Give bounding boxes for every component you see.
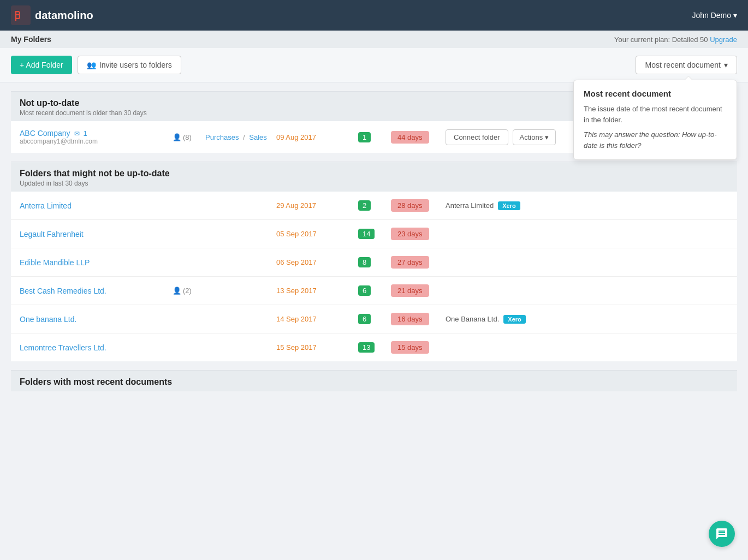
- connected-name: Anterra Limited: [446, 201, 494, 210]
- folder-days-col: 16 days: [391, 313, 446, 325]
- sort-caret-icon: ▾: [724, 61, 728, 69]
- days-badge: 44 days: [391, 131, 429, 144]
- folder-name-link[interactable]: Anterra Limited: [20, 201, 72, 210]
- sort-dropdown-wrapper: Most recent document ▾ Most recent docum…: [636, 56, 737, 74]
- invite-users-icon: 👥: [87, 61, 96, 69]
- count-badge: 2: [358, 200, 371, 211]
- count-badge: 8: [358, 257, 371, 267]
- add-folder-button[interactable]: + Add Folder: [11, 56, 72, 74]
- count-badge: 6: [358, 314, 371, 324]
- navbar: Ꞵ datamolino John Demo ▾: [0, 0, 748, 31]
- tooltip-note: This may answer the question: How up-to-…: [584, 129, 727, 151]
- tooltip-description: The issue date of the most recent docume…: [584, 104, 727, 125]
- section-header-might: Folders that might not be up-to-date Upd…: [11, 162, 737, 192]
- folder-users-col: 👤 (8): [173, 133, 205, 141]
- upgrade-link[interactable]: Upgrade: [710, 35, 737, 44]
- sales-link[interactable]: Sales: [249, 133, 267, 141]
- section-subtitle-might: Updated in last 30 days: [20, 180, 728, 187]
- section-title-most-recent: Folders with most recent documents: [20, 377, 728, 387]
- folder-days-col: 23 days: [391, 228, 446, 240]
- folder-name-link[interactable]: One banana Ltd.: [20, 315, 76, 324]
- folder-days-col: 27 days: [391, 256, 446, 269]
- svg-text:Ꞵ: Ꞵ: [14, 8, 20, 22]
- folder-count-col: 8: [358, 257, 391, 267]
- invite-users-button[interactable]: 👥 Invite users to folders: [78, 56, 181, 74]
- folder-type-col: Purchases / Sales: [205, 133, 276, 141]
- section-might-not-up-to-date: Folders that might not be up-to-date Upd…: [11, 162, 737, 361]
- table-row: Edible Mandible LLP 06 Sep 2017 8 27 day…: [11, 248, 737, 277]
- mail-icon: ✉: [74, 130, 80, 138]
- sort-tooltip: Most recent document The issue date of t…: [573, 80, 737, 160]
- days-badge: 23 days: [391, 228, 429, 240]
- table-row: Best Cash Remedies Ltd. 👤 (2) 13 Sep 201…: [11, 277, 737, 305]
- count-badge: 6: [358, 285, 371, 296]
- users-count: (2): [183, 287, 192, 295]
- person-icon: 👤: [173, 287, 181, 295]
- folder-email: abccompany1@dtmIn.com: [20, 138, 173, 145]
- brand-name: datamolino: [35, 9, 93, 22]
- users-count: (8): [183, 133, 192, 141]
- folder-days-col: 21 days: [391, 284, 446, 297]
- folder-days-col: 28 days: [391, 199, 446, 212]
- mail-count: 1: [83, 129, 87, 138]
- folder-count-col: 6: [358, 285, 391, 296]
- person-icon: 👤: [173, 133, 181, 141]
- users-icon: 👤 (8): [173, 133, 192, 141]
- count-badge: 13: [358, 342, 375, 353]
- purchases-link[interactable]: Purchases: [205, 133, 239, 141]
- folder-name-col: One banana Ltd.: [20, 315, 173, 324]
- folder-count-col: 13: [358, 342, 391, 353]
- folder-days-col: 15 days: [391, 341, 446, 354]
- connected-name: One Banana Ltd.: [446, 315, 499, 323]
- folder-date-col: 29 Aug 2017: [276, 201, 358, 210]
- folder-date-col: 06 Sep 2017: [276, 258, 358, 266]
- folder-list-might: Anterra Limited 29 Aug 2017 2 28 days An…: [11, 192, 737, 361]
- days-badge: 21 days: [391, 284, 429, 297]
- table-row: One banana Ltd. 14 Sep 2017 6 16 days On…: [11, 305, 737, 333]
- table-row: Lemontree Travellers Ltd. 15 Sep 2017 13…: [11, 333, 737, 361]
- days-badge: 15 days: [391, 341, 429, 354]
- table-row: Anterra Limited 29 Aug 2017 2 28 days An…: [11, 192, 737, 220]
- folder-name-col: Anterra Limited: [20, 201, 173, 210]
- actions-caret-icon: ▾: [545, 133, 549, 141]
- table-row: Legault Fahrenheit 05 Sep 2017 14 23 day…: [11, 220, 737, 248]
- folder-count-col: 6: [358, 314, 391, 324]
- folder-actions-col: One Banana Ltd. Xero: [446, 315, 728, 324]
- user-name: John Demo: [692, 11, 731, 20]
- xero-badge: Xero: [503, 315, 525, 324]
- sort-dropdown-button[interactable]: Most recent document ▾: [636, 56, 737, 74]
- folder-name-link[interactable]: ABC Company: [20, 129, 70, 138]
- folder-count-col: 2: [358, 200, 391, 211]
- folder-name-link[interactable]: Edible Mandible LLP: [20, 258, 90, 267]
- folder-count-col: 14: [358, 229, 391, 239]
- folder-date-col: 05 Sep 2017: [276, 230, 358, 238]
- user-caret-icon: ▾: [733, 11, 737, 20]
- section-most-recent: Folders with most recent documents: [11, 370, 737, 391]
- folder-name-col: Best Cash Remedies Ltd.: [20, 287, 173, 295]
- folder-date-col: 13 Sep 2017: [276, 287, 358, 295]
- users-icon: 👤 (2): [173, 287, 192, 295]
- days-badge: 27 days: [391, 256, 429, 269]
- folder-date-col: 14 Sep 2017: [276, 315, 358, 323]
- actions-dropdown-button[interactable]: Actions ▾: [513, 129, 556, 145]
- xero-badge: Xero: [498, 201, 520, 210]
- sub-nav: My Folders Your current plan: Detailed 5…: [0, 31, 748, 48]
- folder-name-link[interactable]: Legault Fahrenheit: [20, 230, 84, 239]
- folder-days-col: 44 days: [391, 131, 446, 144]
- tooltip-title: Most recent document: [584, 89, 727, 98]
- folder-actions-col: Anterra Limited Xero: [446, 201, 728, 210]
- folder-name-col: ABC Company ✉ 1 abccompany1@dtmIn.com: [20, 129, 173, 145]
- folder-name-link[interactable]: Best Cash Remedies Ltd.: [20, 287, 106, 295]
- folder-users-col: 👤 (2): [173, 287, 205, 295]
- page-title: My Folders: [11, 35, 51, 44]
- count-badge: 1: [358, 132, 371, 142]
- brand-icon: Ꞵ: [11, 5, 31, 25]
- brand-logo: Ꞵ datamolino: [11, 5, 93, 25]
- folder-date-col: 09 Aug 2017: [276, 133, 358, 141]
- plan-info: Your current plan: Detailed 50 Upgrade: [614, 35, 737, 44]
- connect-folder-button[interactable]: Connect folder: [446, 129, 508, 145]
- user-menu[interactable]: John Demo ▾: [692, 11, 737, 20]
- folder-name-link[interactable]: Lemontree Travellers Ltd.: [20, 343, 106, 352]
- days-badge: 16 days: [391, 313, 429, 325]
- section-title-might: Folders that might not be up-to-date: [20, 169, 728, 178]
